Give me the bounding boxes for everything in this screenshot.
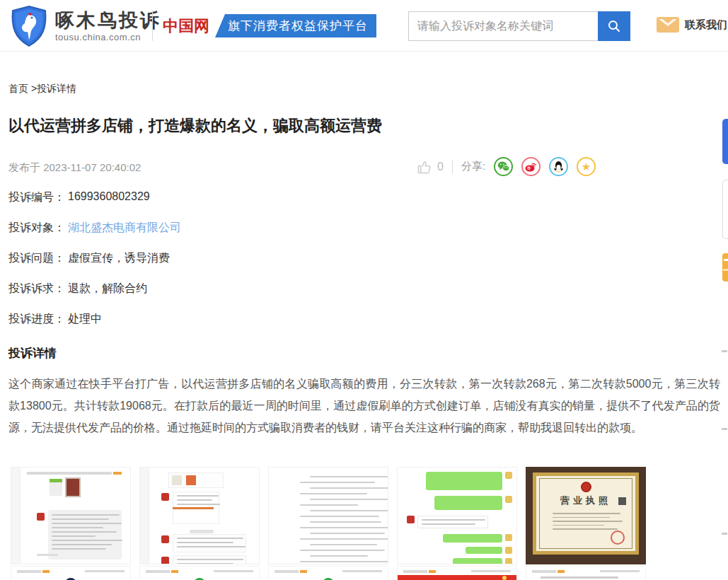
license-title: 营业执照 [560, 494, 611, 507]
edge-marker [722, 350, 727, 352]
floating-sidebar-tab-blue[interactable] [722, 119, 728, 164]
like-button[interactable]: 0 [416, 158, 444, 175]
publish-date: 发布于 2023-11-07 20:40:02 [8, 161, 141, 175]
search-bar [408, 11, 630, 41]
field-row-complaint-target: 投诉对象： 湖北盛杰电商有限公司 [8, 221, 181, 251]
share-weibo-button[interactable] [521, 157, 541, 176]
avatar [407, 516, 415, 523]
page-title: 以代运营拼多店铺，打造爆款的名义，骗取高额运营费 [8, 115, 382, 137]
site-domain: tousu.china.com.cn [55, 32, 161, 42]
field-row-complaint-id: 投诉编号： 1699360802329 [8, 190, 181, 221]
complaint-target-link[interactable]: 湖北盛杰电商有限公司 [68, 221, 181, 236]
share-qq-button[interactable] [549, 157, 568, 176]
detail-heading: 投诉详情 [8, 345, 57, 361]
share-wechat-button[interactable] [494, 157, 513, 176]
site-logo[interactable]: 啄木鸟投诉 tousu.china.com.cn [8, 5, 161, 47]
meta-row: 发布于 2023-11-07 20:40:02 0 分享: [8, 157, 720, 180]
thumb-up-icon [416, 158, 433, 175]
star-icon: ★ [582, 161, 591, 172]
search-icon [607, 19, 621, 33]
national-emblem-icon [581, 482, 591, 492]
weibo-icon [525, 161, 537, 172]
attachment-thumbnails-row2 [11, 566, 654, 580]
complaint-detail-page: 啄木鸟投诉 tousu.china.com.cn 中国网 旗下消费者权益保护平台… [0, 0, 728, 580]
floating-sidebar-panel[interactable] [722, 180, 728, 239]
avatar [161, 535, 169, 543]
attachment-chat-screenshot-2[interactable] [139, 467, 260, 564]
woodpecker-shield-icon [8, 5, 50, 47]
contact-label: 联系我们: t [685, 18, 728, 32]
breadcrumb-home-link[interactable]: 首页 [8, 83, 28, 94]
attachment-thumbnails: 营业执照 [11, 467, 654, 564]
attachment-wechat-chat-screenshot[interactable] [397, 467, 517, 564]
contact-link[interactable]: 联系我们: t [657, 17, 728, 33]
attachment-business-license-photo[interactable]: 营业执照 [526, 467, 646, 564]
header: 啄木鸟投诉 tousu.china.com.cn 中国网 旗下消费者权益保护平台… [0, 0, 728, 52]
attachment-thumbnail[interactable] [268, 566, 388, 580]
breadcrumb: 首页 >投诉详情 [8, 83, 76, 95]
avatar [37, 513, 45, 521]
header-divider [152, 10, 153, 41]
share-label: 分享: [461, 160, 485, 173]
attachment-thumbnail[interactable] [139, 566, 260, 580]
share-favorite-button[interactable]: ★ [577, 157, 596, 176]
field-row-complaint-issue: 投诉问题： 虚假宣传，诱导消费 [8, 251, 181, 282]
search-input[interactable] [408, 11, 598, 41]
meta-divider [452, 160, 453, 174]
attachment-transfer-record-screenshot[interactable] [268, 467, 388, 564]
attachment-chat-screenshot-1[interactable] [11, 467, 131, 564]
field-row-complaint-status: 投诉进度： 处理中 [8, 312, 181, 342]
complaint-id: 1699360802329 [68, 190, 150, 203]
detail-text: 这个商家通过在快手平台打广告，以代运营拼多店铺的名义骗取高额的费用，分三次转款，… [8, 373, 720, 439]
envelope-icon [657, 17, 679, 33]
search-button[interactable] [598, 11, 630, 41]
like-count: 0 [437, 161, 444, 173]
field-row-complaint-demand: 投诉诉求： 退款，解除合约 [8, 282, 181, 312]
badge-tagline: 旗下消费者权益保护平台 [215, 14, 376, 37]
red-stamp-icon [611, 530, 625, 545]
avatar [161, 493, 169, 501]
field-label: 投诉问题： [8, 251, 65, 266]
complaint-demand: 退款，解除合约 [68, 282, 147, 296]
site-name: 啄木鸟投诉 [55, 10, 161, 31]
complaint-fields: 投诉编号： 1699360802329 投诉对象： 湖北盛杰电商有限公司 投诉问… [8, 190, 181, 342]
floating-sidebar-tab-yellow[interactable] [722, 253, 728, 282]
complaint-status: 处理中 [68, 312, 102, 327]
field-label: 投诉进度： [8, 312, 65, 327]
china-net-badge: 中国网 旗下消费者权益保护平台 [161, 14, 376, 37]
field-label: 投诉编号： [8, 190, 65, 205]
field-label: 投诉诉求： [8, 282, 65, 296]
edge-marker [722, 428, 727, 430]
wechat-icon [497, 161, 509, 172]
complaint-issue: 虚假宣传，诱导消费 [68, 251, 170, 266]
field-label: 投诉对象： [8, 221, 65, 236]
breadcrumb-current: 投诉详情 [37, 83, 76, 94]
edge-marker [722, 533, 727, 535]
attachment-thumbnail[interactable] [397, 566, 517, 580]
qr-code [618, 497, 626, 505]
breadcrumb-separator: > [28, 83, 37, 94]
qq-icon [553, 161, 564, 173]
attachment-thumbnail[interactable] [526, 566, 646, 580]
attachment-thumbnail[interactable] [11, 566, 131, 580]
china-net-logo: 中国网 [161, 14, 215, 37]
avatar [161, 557, 169, 564]
